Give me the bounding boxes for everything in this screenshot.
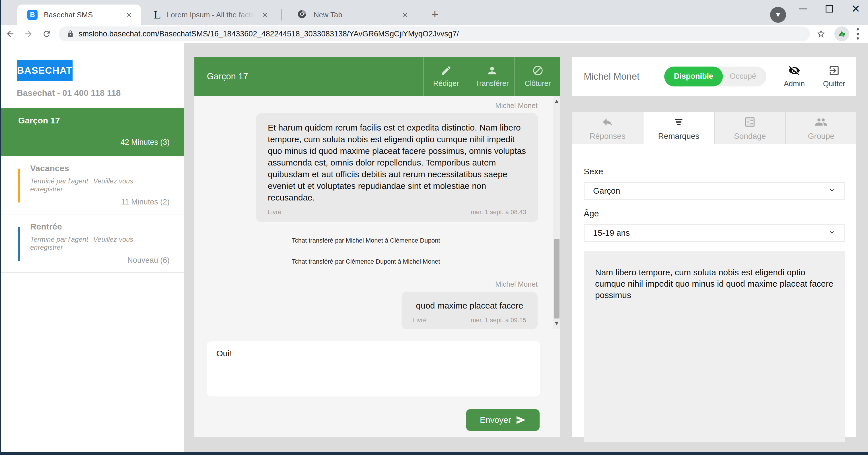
admin-label: Admin (784, 79, 805, 88)
url-text: smsloho.basechat.com/BasechatSMS/16_1843… (79, 30, 459, 38)
person-icon (486, 65, 498, 76)
browser-menu-icon[interactable] (857, 28, 859, 39)
bookmark-star-icon[interactable] (816, 29, 826, 39)
cloturer-label: Clôturer (525, 79, 551, 88)
message-bubble: quod maxime placeat facere Livré mer. 1 … (402, 292, 537, 329)
transferer-label: Transférer (475, 79, 509, 88)
send-icon (516, 415, 526, 425)
chat-header: Garçon 17 Rédiger Transférer Clôturer (194, 57, 560, 96)
browser-window: B Basechat SMS L Lorem Ipsum - All the f… (0, 0, 868, 455)
close-tab-icon[interactable] (260, 10, 270, 20)
message-time: mer. 1 sept. à 08.43 (471, 208, 526, 216)
tab-sondage[interactable]: Sondage (715, 112, 785, 144)
chat-panel: Garçon 17 Rédiger Transférer Clôturer Mi… (194, 57, 560, 437)
sexe-value: Garçon (593, 186, 620, 196)
conversation-title: Vacances (30, 164, 169, 173)
send-button[interactable]: Envoyer (466, 409, 539, 431)
conversation-meta: Nouveau (6) (30, 256, 169, 265)
conversation-meta: 11 Minutes (2) (30, 198, 169, 206)
quitter-button[interactable]: Quitter (814, 65, 854, 88)
availability-toggle: Disponible Occupé (664, 67, 766, 87)
url-bar[interactable]: smsloho.basechat.com/BasechatSMS/16_1843… (59, 27, 810, 41)
accent-bar (18, 227, 20, 261)
conversation-title: Garçon 17 (18, 116, 169, 125)
message-list: Michel Monet Et harum quidem rerum facil… (194, 96, 560, 329)
tab-reponses[interactable]: Réponses (572, 112, 643, 144)
chevron-down-icon (828, 228, 836, 238)
tab-basechat[interactable]: B Basechat SMS (17, 5, 141, 25)
conversation-item-vacances[interactable]: Vacances Terminé par l'agentVeuillez vou… (1, 156, 184, 215)
tab-title: New Tab (314, 10, 342, 19)
message-footer: Livré mer. 1 sept. à 08.43 (268, 208, 526, 216)
bottom-edge-bar (1, 452, 868, 455)
admin-button[interactable]: Admin (774, 65, 814, 88)
message-bubble: Et harum quidem rerum facilis est et exp… (256, 113, 538, 222)
tab-label: Réponses (590, 132, 625, 141)
conversation-item-rentree[interactable]: Rentrée Terminé par l'agentVeuillez vous… (1, 215, 184, 273)
scroll-up-icon[interactable] (555, 100, 559, 103)
status-text: Terminé par l'agent (30, 235, 88, 243)
conversation-title: Rentrée (30, 222, 169, 231)
scrollbar-thumb[interactable] (554, 239, 559, 319)
tab-groupe[interactable]: Groupe (786, 112, 856, 144)
forward-icon[interactable] (19, 26, 37, 42)
sexe-select[interactable]: Garçon (584, 182, 845, 200)
tab-new-tab[interactable]: New Tab (286, 5, 417, 25)
window-close-button[interactable]: ✕ (843, 0, 868, 18)
cloturer-button[interactable]: Clôturer (515, 57, 560, 96)
window-maximize-button[interactable] (816, 0, 842, 18)
transferer-button[interactable]: Transférer (469, 57, 515, 96)
message-text: quod maxime placeat facere (413, 300, 526, 312)
disponible-option[interactable]: Disponible (664, 67, 723, 87)
reply-icon (601, 116, 614, 128)
pencil-icon (440, 65, 452, 76)
message-text: Et harum quidem rerum facilis est et exp… (268, 122, 526, 203)
quitter-label: Quitter (823, 79, 845, 88)
tab-lorem-ipsum[interactable]: L Lorem Ipsum - All the facts - Lips (144, 5, 277, 25)
compose-input[interactable]: Oui! (207, 341, 540, 396)
transfer-notice: Tchat transféré par Clémence Dupont à Mi… (194, 258, 537, 265)
lorem-favicon-icon: L (154, 9, 160, 21)
close-tab-icon[interactable] (400, 10, 410, 20)
rediger-button[interactable]: Rédiger (423, 57, 469, 96)
ballot-icon (744, 116, 756, 128)
reload-icon[interactable] (37, 26, 56, 42)
agent-panel: Michel Monet Disponible Occupé Admin Qui… (572, 57, 856, 437)
scroll-down-icon[interactable] (555, 322, 559, 325)
notes-icon (673, 116, 685, 128)
conversation-status: Terminé par l'agentVeuillez vous enregis… (30, 177, 169, 193)
message-time: mer. 1 sept. à 09.15 (471, 317, 526, 324)
back-icon[interactable] (1, 26, 19, 42)
occupe-option[interactable]: Occupé (723, 72, 766, 81)
tab-remarques[interactable]: Remarques (644, 112, 714, 144)
message-scrollbar[interactable] (553, 96, 560, 329)
basechat-favicon-icon: B (27, 10, 37, 20)
conversation-list: Garçon 17 42 Minutes (3) Vacances Termin… (1, 108, 184, 273)
lock-icon (67, 30, 74, 37)
eye-off-icon (788, 65, 800, 76)
tab-label: Remarques (658, 132, 700, 141)
tab-label: Sondage (734, 132, 766, 141)
agent-header-card: Michel Monet Disponible Occupé Admin Qui… (572, 57, 856, 96)
window-minimize-button[interactable] (790, 0, 816, 18)
transfer-notice: Tchat transféré par Michel Monet à Cléme… (194, 237, 537, 244)
rediger-label: Rédiger (433, 79, 459, 88)
exit-icon (828, 65, 840, 76)
message-status: Livré (413, 317, 427, 324)
message-footer: Livré mer. 1 sept. à 09.15 (413, 317, 526, 324)
profile-avatar[interactable] (834, 27, 849, 41)
browser-update-chevron-icon[interactable]: ▼ (770, 7, 786, 23)
conversation-item-garcon17[interactable]: Garçon 17 42 Minutes (3) (1, 108, 184, 156)
browser-swirl-icon (297, 9, 307, 21)
send-label: Envoyer (480, 415, 511, 425)
new-tab-button[interactable]: + (427, 6, 443, 22)
group-icon (815, 116, 827, 128)
age-value: 15-19 ans (593, 228, 630, 238)
tab-label: Groupe (808, 132, 834, 141)
age-select[interactable]: 15-19 ans (584, 224, 845, 242)
close-tab-icon[interactable] (124, 10, 134, 20)
remarques-note-input[interactable]: Nam libero tempore, cum soluta nobis est… (584, 251, 845, 442)
accent-bar (18, 169, 20, 202)
chevron-down-icon (828, 186, 836, 196)
chat-title: Garçon 17 (207, 71, 423, 82)
